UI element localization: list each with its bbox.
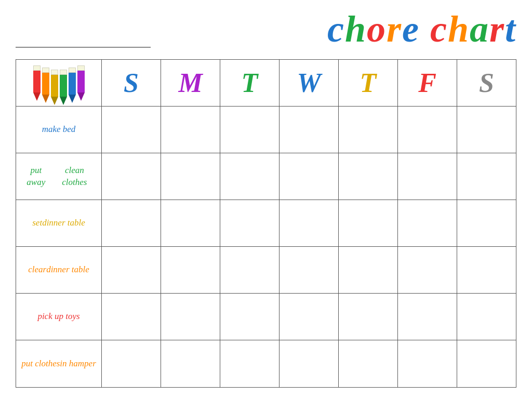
chart-title: chore chart (327, 10, 516, 48)
crayon-body-5 (77, 65, 85, 92)
label-column: make bedput awayclean clothessetdinner t… (16, 60, 102, 387)
chore-cell-1-3[interactable] (280, 153, 339, 200)
chore-rows (102, 107, 516, 387)
chore-cell-2-3[interactable] (280, 200, 339, 246)
chore-cell-1-6[interactable] (457, 153, 516, 200)
crayon-1 (42, 68, 49, 103)
crayon-label-1 (42, 68, 49, 73)
title-letter-c: c (327, 10, 345, 48)
crayon-0 (33, 65, 41, 101)
chore-cell-5-4[interactable] (339, 340, 398, 387)
title-letter-h: h (345, 10, 367, 48)
chore-label-line: dinner table (42, 217, 85, 229)
chore-cell-4-6[interactable] (457, 294, 516, 340)
chore-cell-4-4[interactable] (339, 294, 398, 340)
crayon-tip-5 (77, 92, 85, 101)
chore-cell-0-5[interactable] (398, 107, 457, 153)
chore-row-1 (102, 153, 516, 200)
title-letter-c2: c (430, 10, 448, 48)
chore-cell-1-5[interactable] (398, 153, 457, 200)
crayon-label-2 (51, 70, 58, 75)
title-letter-h2: h (448, 10, 470, 48)
chore-chart: make bedput awayclean clothessetdinner t… (16, 59, 516, 388)
chore-cell-1-0[interactable] (102, 153, 161, 200)
day-header-3: W (280, 60, 339, 106)
title-letter-t: t (505, 10, 516, 48)
title-letter-e: e (402, 10, 420, 48)
crayon-label-3 (60, 70, 67, 75)
day-header-2: T (220, 60, 280, 106)
chore-cell-4-0[interactable] (102, 294, 161, 340)
chore-label-line: make bed (42, 124, 76, 135)
chore-cell-3-0[interactable] (102, 247, 161, 293)
chore-cell-5-3[interactable] (280, 340, 339, 387)
chore-cell-2-6[interactable] (457, 200, 516, 246)
crayon-body-2 (51, 70, 58, 97)
crayon-body-0 (33, 65, 41, 92)
chore-cell-4-2[interactable] (220, 294, 280, 340)
chore-cell-3-1[interactable] (161, 247, 220, 293)
chore-cell-0-0[interactable] (102, 107, 161, 153)
chore-cell-5-0[interactable] (102, 340, 161, 387)
chore-label-line: put clothes (21, 358, 60, 369)
day-header-4: T (339, 60, 398, 106)
chore-cell-3-6[interactable] (457, 247, 516, 293)
chore-cell-4-3[interactable] (280, 294, 339, 340)
chore-cell-0-6[interactable] (457, 107, 516, 153)
chore-row-0 (102, 107, 516, 153)
crayon-tip-0 (33, 92, 41, 101)
chore-label-line: put away (20, 165, 52, 188)
title-letter-a: a (470, 10, 489, 48)
chore-label-4: pick up toys (16, 294, 101, 340)
chore-cell-5-2[interactable] (220, 340, 280, 387)
chore-row-2 (102, 200, 516, 247)
chore-label-line: clean clothes (52, 165, 97, 188)
chore-cell-1-1[interactable] (161, 153, 220, 200)
chore-row-5 (102, 340, 516, 387)
chore-cell-2-4[interactable] (339, 200, 398, 246)
chore-cell-0-4[interactable] (339, 107, 398, 153)
crayon-tip-3 (60, 97, 67, 105)
chore-cell-4-5[interactable] (398, 294, 457, 340)
chore-label-0: make bed (16, 107, 101, 153)
chore-cell-2-1[interactable] (161, 200, 220, 246)
day-header-5: F (398, 60, 457, 106)
days-grid: SMTWTFS (102, 60, 516, 387)
chore-row-4 (102, 294, 516, 340)
chore-cell-2-5[interactable] (398, 200, 457, 246)
chore-cell-5-5[interactable] (398, 340, 457, 387)
chore-cell-4-1[interactable] (161, 294, 220, 340)
crayon-label-0 (33, 65, 41, 71)
crayon-5 (77, 65, 85, 101)
header: chore chart (16, 10, 516, 50)
day-header-row: SMTWTFS (102, 60, 516, 107)
chore-cell-2-2[interactable] (220, 200, 280, 246)
chore-label-2: setdinner table (16, 200, 101, 247)
crayon-label-5 (77, 65, 85, 71)
crayon-label-4 (69, 68, 76, 73)
chore-cell-3-4[interactable] (339, 247, 398, 293)
chore-cell-2-0[interactable] (102, 200, 161, 246)
chore-label-3: cleardinner table (16, 247, 101, 294)
crayon-body-4 (69, 68, 76, 95)
chore-cell-0-2[interactable] (220, 107, 280, 153)
chore-cell-5-1[interactable] (161, 340, 220, 387)
chore-cell-3-5[interactable] (398, 247, 457, 293)
chore-cell-5-6[interactable] (457, 340, 516, 387)
crayon-cell (16, 60, 101, 107)
chore-label-5: put clothesin hamper (16, 340, 101, 387)
chore-cell-3-2[interactable] (220, 247, 280, 293)
chore-label-1: put awayclean clothes (16, 153, 101, 200)
chore-cell-1-4[interactable] (339, 153, 398, 200)
chore-label-line: dinner table (46, 264, 89, 275)
chore-cell-0-1[interactable] (161, 107, 220, 153)
crayon-group (28, 61, 90, 105)
chore-cell-1-2[interactable] (220, 153, 280, 200)
crayon-4 (69, 68, 76, 103)
chore-cell-0-3[interactable] (280, 107, 339, 153)
chore-label-line: set (32, 217, 42, 229)
chore-label-line: in hamper (60, 358, 96, 369)
chore-cell-3-3[interactable] (280, 247, 339, 293)
name-line (16, 32, 151, 48)
crayon-tip-2 (51, 97, 58, 105)
